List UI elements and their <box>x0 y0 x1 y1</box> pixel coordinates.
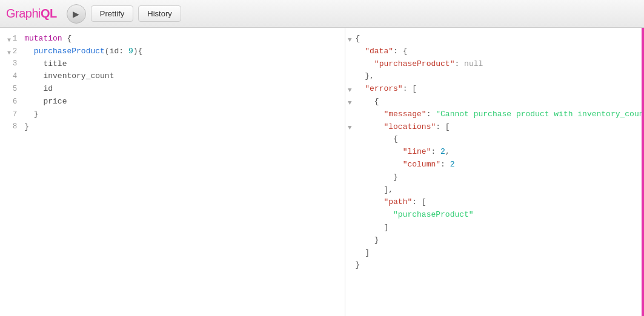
fold-arrow-7 <box>5 111 11 117</box>
resp-arrow-8: ▼ <box>348 122 352 135</box>
response-panel: ▼ ▼ ▼ ▼ { "data": { "purchaseProduct": n… <box>345 28 642 316</box>
fold-arrow-5 <box>5 87 11 93</box>
resp-arrow-3-blank <box>348 59 352 72</box>
response-code: ▼ ▼ ▼ ▼ { "data": { "purchaseProduct": n… <box>345 28 642 316</box>
fold-arrow-4 <box>5 74 11 80</box>
main-panels: ▼ 1 ▼ 2 3 4 <box>0 28 644 316</box>
editor-panel[interactable]: ▼ 1 ▼ 2 3 4 <box>0 28 345 316</box>
resp-arrow-2-blank <box>348 47 352 59</box>
code-editor[interactable]: ▼ 1 ▼ 2 3 4 <box>0 28 345 316</box>
app-logo: GraphiQL <box>6 7 57 21</box>
fold-arrow-3 <box>5 61 11 67</box>
line-num-7: 7 <box>5 108 17 121</box>
run-button[interactable]: ▶ <box>67 4 86 24</box>
response-text: { "data": { "purchaseProduct": null }, "… <box>354 28 642 316</box>
fold-arrow-6 <box>5 99 11 105</box>
prettify-button[interactable]: Prettify <box>91 5 133 22</box>
resp-arrow-6: ▼ <box>348 97 352 110</box>
resp-arrow-4-blank <box>348 71 352 84</box>
fold-arrow-2[interactable]: ▼ <box>5 48 11 54</box>
fold-arrow-1[interactable]: ▼ <box>5 36 11 42</box>
line-num-3: 3 <box>5 58 17 71</box>
line-numbers: ▼ 1 ▼ 2 3 4 <box>0 28 21 316</box>
resp-arrow-7-blank <box>348 110 352 122</box>
line-num-8: 8 <box>5 121 17 134</box>
line-num-4: 4 <box>5 70 17 83</box>
line-num-6: 6 <box>5 96 17 108</box>
resp-arrow-1: ▼ <box>348 34 352 47</box>
history-button[interactable]: History <box>138 5 181 22</box>
toolbar: GraphiQL ▶ Prettify History <box>0 0 644 28</box>
fold-arrow-8 <box>5 124 11 130</box>
response-arrows: ▼ ▼ ▼ ▼ <box>345 28 354 316</box>
line-num-2: ▼ 2 <box>5 45 17 58</box>
line-num-5: 5 <box>5 83 17 96</box>
right-accent-bar <box>642 28 644 316</box>
editor-code[interactable]: mutation { purchaseProduct(id: 9){ title… <box>21 28 345 316</box>
resp-arrow-5: ▼ <box>348 84 352 97</box>
line-num-1: ▼ 1 <box>5 33 17 45</box>
